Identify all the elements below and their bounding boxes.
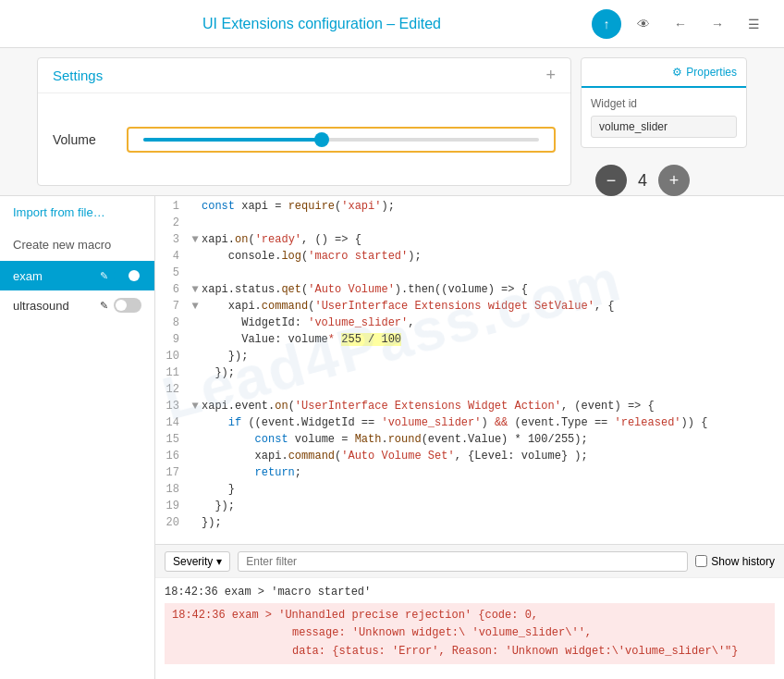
preview-area: Settings + Volume ⚙ Properties Widget id… [0, 48, 784, 196]
console-output: 18:42:36 exam > 'macro started' 18:42:36… [155, 577, 784, 679]
edit-icon-ultrasound[interactable]: ✎ [100, 300, 108, 312]
edit-icon-exam[interactable]: ✎ [100, 270, 108, 282]
table-row: 8 WidgetId: 'volume_slider', [155, 316, 784, 333]
table-row: 7 ▼ xapi.command('UserInterface Extensio… [155, 300, 784, 316]
table-row: 14 if ((event.WidgetId == 'volume_slider… [155, 416, 784, 433]
preview-button[interactable]: 👁 [629, 9, 658, 39]
table-row: 4 console.log('macro started'); [155, 250, 784, 266]
error-block: 18:42:36 exam > 'Unhandled precise rejec… [165, 603, 775, 664]
macro-controls-ultrasound: ✎ [100, 298, 141, 313]
undo-button[interactable]: ← [666, 9, 695, 39]
widget-id-section: Widget id volume_slider [582, 88, 746, 147]
header: UI Extensions configuration – Edited ↑ 👁… [0, 0, 784, 48]
properties-tab[interactable]: ⚙ Properties [582, 58, 746, 88]
show-history-label[interactable]: Show history [695, 555, 775, 568]
code-editor[interactable]: 1 const xapi = require('xapi'); 2 3 ▼ xa… [155, 196, 784, 544]
table-row: 20 }); [155, 516, 784, 533]
import-button[interactable]: Import from file… [0, 196, 154, 228]
table-row: 16 xapi.command('Auto Volume Set', {Leve… [155, 450, 784, 466]
macro-item-exam[interactable]: exam ✎ [0, 261, 154, 290]
table-row: 13 ▼ xapi.event.on('UserInterface Extens… [155, 400, 784, 416]
decrement-button[interactable]: − [595, 165, 627, 196]
severity-button[interactable]: Severity ▾ [165, 551, 230, 572]
toggle-dot-exam [129, 270, 140, 281]
table-row: 17 return; [155, 466, 784, 483]
macro-controls-exam: ✎ [100, 268, 141, 283]
macro-item-ultrasound[interactable]: ultrasound ✎ [0, 290, 154, 320]
slider-track[interactable] [143, 138, 539, 142]
macro-name-exam: exam [13, 269, 43, 283]
table-row: 1 const xapi = require('xapi'); [155, 200, 784, 216]
redo-button[interactable]: → [703, 9, 732, 39]
table-row: 5 [155, 266, 784, 283]
widget-id-value: volume_slider [591, 116, 737, 138]
widget-id-label: Widget id [591, 97, 737, 110]
slider-container[interactable] [127, 127, 556, 153]
page-title: UI Extensions configuration – Edited [202, 16, 441, 32]
settings-panel: Settings + Volume [37, 57, 571, 186]
edited-label: – Edited [386, 16, 441, 31]
code-area: 1 const xapi = require('xapi'); 2 3 ▼ xa… [155, 196, 784, 679]
filter-input[interactable] [238, 551, 688, 572]
table-row: 11 }); [155, 366, 784, 383]
header-icons: ↑ 👁 ← → ☰ [592, 9, 769, 39]
settings-panel-header: Settings + [38, 58, 570, 93]
toggle-dot-ultrasound [116, 300, 127, 311]
volume-label: Volume [53, 132, 108, 147]
menu-button[interactable]: ☰ [740, 9, 769, 39]
main-area: Import from file… Create new macro exam … [0, 196, 784, 679]
settings-tab[interactable]: Settings [53, 68, 103, 83]
upload-button[interactable]: ↑ [592, 9, 621, 39]
table-row: 9 Value: volume* 255 / 100 [155, 333, 784, 350]
volume-counter: 4 [638, 171, 647, 191]
sidebar: Import from file… Create new macro exam … [0, 196, 155, 679]
properties-tab-label: Properties [686, 66, 737, 79]
table-row: 6 ▼ xapi.status.qet('Auto Volume').then(… [155, 283, 784, 300]
increment-button[interactable]: + [658, 165, 690, 196]
table-row: 18 } [155, 483, 784, 500]
error-line-1: 18:42:36 exam > 'Unhandled precise rejec… [172, 607, 767, 624]
properties-panel: ⚙ Properties Widget id volume_slider [581, 57, 747, 148]
create-macro-button[interactable]: Create new macro [0, 228, 154, 261]
severity-arrow-icon: ▾ [216, 555, 222, 568]
severity-label: Severity [173, 555, 213, 568]
add-widget-button[interactable]: + [545, 66, 556, 85]
show-history-checkbox[interactable] [695, 555, 707, 567]
slider-thumb [314, 132, 329, 147]
toggle-exam[interactable] [114, 268, 141, 283]
table-row: 2 [155, 216, 784, 233]
error-line-2: message: 'Unknown widget:\ 'volume_slide… [292, 624, 767, 642]
toggle-ultrasound[interactable] [114, 298, 141, 313]
table-row: 12 [155, 383, 784, 400]
console-line-normal: 18:42:36 exam > 'macro started' [165, 584, 775, 601]
error-line-3: data: {status: 'Error', Reason: 'Unknown… [292, 643, 767, 660]
console-bar: Severity ▾ Show history [155, 544, 784, 577]
table-row: 3 ▼ xapi.on('ready', () => { [155, 233, 784, 250]
table-row: 19 }); [155, 500, 784, 516]
title-text: UI Extensions configuration [202, 16, 383, 31]
table-row: 10 }); [155, 350, 784, 366]
table-row: 15 const volume = Math.round(event.Value… [155, 433, 784, 450]
slider-fill [143, 138, 322, 142]
macro-name-ultrasound: ultrasound [13, 299, 69, 313]
preview-content: Volume [38, 93, 570, 185]
